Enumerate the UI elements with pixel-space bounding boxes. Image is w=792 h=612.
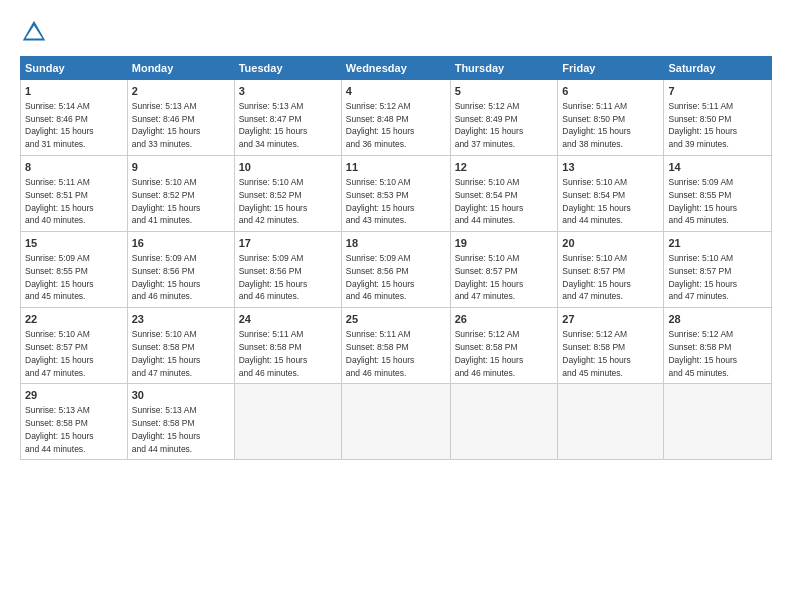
day-number: 2	[132, 84, 230, 99]
day-info: Sunrise: 5:11 AM Sunset: 8:50 PM Dayligh…	[668, 101, 737, 149]
day-number: 6	[562, 84, 659, 99]
calendar-cell: 1Sunrise: 5:14 AM Sunset: 8:46 PM Daylig…	[21, 80, 128, 156]
weekday-header: Saturday	[664, 57, 772, 80]
day-info: Sunrise: 5:12 AM Sunset: 8:58 PM Dayligh…	[668, 329, 737, 377]
calendar-cell	[234, 384, 341, 460]
calendar-cell: 18Sunrise: 5:09 AM Sunset: 8:56 PM Dayli…	[341, 232, 450, 308]
calendar-cell: 9Sunrise: 5:10 AM Sunset: 8:52 PM Daylig…	[127, 156, 234, 232]
calendar-cell: 3Sunrise: 5:13 AM Sunset: 8:47 PM Daylig…	[234, 80, 341, 156]
day-info: Sunrise: 5:10 AM Sunset: 8:54 PM Dayligh…	[562, 177, 631, 225]
calendar-cell: 22Sunrise: 5:10 AM Sunset: 8:57 PM Dayli…	[21, 308, 128, 384]
day-number: 22	[25, 312, 123, 327]
day-number: 25	[346, 312, 446, 327]
day-info: Sunrise: 5:10 AM Sunset: 8:57 PM Dayligh…	[25, 329, 94, 377]
day-number: 9	[132, 160, 230, 175]
calendar-week-row: 15Sunrise: 5:09 AM Sunset: 8:55 PM Dayli…	[21, 232, 772, 308]
calendar-cell: 4Sunrise: 5:12 AM Sunset: 8:48 PM Daylig…	[341, 80, 450, 156]
day-info: Sunrise: 5:10 AM Sunset: 8:57 PM Dayligh…	[562, 253, 631, 301]
day-number: 5	[455, 84, 554, 99]
calendar-cell: 8Sunrise: 5:11 AM Sunset: 8:51 PM Daylig…	[21, 156, 128, 232]
calendar-cell	[664, 384, 772, 460]
weekday-header-row: SundayMondayTuesdayWednesdayThursdayFrid…	[21, 57, 772, 80]
day-number: 28	[668, 312, 767, 327]
day-info: Sunrise: 5:09 AM Sunset: 8:56 PM Dayligh…	[239, 253, 308, 301]
calendar-cell: 14Sunrise: 5:09 AM Sunset: 8:55 PM Dayli…	[664, 156, 772, 232]
calendar-cell: 16Sunrise: 5:09 AM Sunset: 8:56 PM Dayli…	[127, 232, 234, 308]
calendar-cell: 11Sunrise: 5:10 AM Sunset: 8:53 PM Dayli…	[341, 156, 450, 232]
day-number: 24	[239, 312, 337, 327]
day-info: Sunrise: 5:09 AM Sunset: 8:56 PM Dayligh…	[346, 253, 415, 301]
day-info: Sunrise: 5:11 AM Sunset: 8:51 PM Dayligh…	[25, 177, 94, 225]
day-number: 18	[346, 236, 446, 251]
calendar-cell: 29Sunrise: 5:13 AM Sunset: 8:58 PM Dayli…	[21, 384, 128, 460]
day-info: Sunrise: 5:13 AM Sunset: 8:46 PM Dayligh…	[132, 101, 201, 149]
day-number: 4	[346, 84, 446, 99]
calendar-week-row: 8Sunrise: 5:11 AM Sunset: 8:51 PM Daylig…	[21, 156, 772, 232]
weekday-header: Thursday	[450, 57, 558, 80]
day-info: Sunrise: 5:10 AM Sunset: 8:52 PM Dayligh…	[239, 177, 308, 225]
day-info: Sunrise: 5:14 AM Sunset: 8:46 PM Dayligh…	[25, 101, 94, 149]
day-number: 12	[455, 160, 554, 175]
day-info: Sunrise: 5:12 AM Sunset: 8:58 PM Dayligh…	[455, 329, 524, 377]
day-info: Sunrise: 5:10 AM Sunset: 8:52 PM Dayligh…	[132, 177, 201, 225]
day-number: 14	[668, 160, 767, 175]
page: SundayMondayTuesdayWednesdayThursdayFrid…	[0, 0, 792, 612]
day-info: Sunrise: 5:11 AM Sunset: 8:58 PM Dayligh…	[346, 329, 415, 377]
day-number: 19	[455, 236, 554, 251]
calendar-cell: 12Sunrise: 5:10 AM Sunset: 8:54 PM Dayli…	[450, 156, 558, 232]
calendar-cell: 5Sunrise: 5:12 AM Sunset: 8:49 PM Daylig…	[450, 80, 558, 156]
calendar-week-row: 1Sunrise: 5:14 AM Sunset: 8:46 PM Daylig…	[21, 80, 772, 156]
calendar-cell: 28Sunrise: 5:12 AM Sunset: 8:58 PM Dayli…	[664, 308, 772, 384]
calendar-cell: 13Sunrise: 5:10 AM Sunset: 8:54 PM Dayli…	[558, 156, 664, 232]
day-info: Sunrise: 5:12 AM Sunset: 8:48 PM Dayligh…	[346, 101, 415, 149]
day-info: Sunrise: 5:10 AM Sunset: 8:54 PM Dayligh…	[455, 177, 524, 225]
day-info: Sunrise: 5:12 AM Sunset: 8:58 PM Dayligh…	[562, 329, 631, 377]
day-number: 26	[455, 312, 554, 327]
calendar-cell: 2Sunrise: 5:13 AM Sunset: 8:46 PM Daylig…	[127, 80, 234, 156]
calendar: SundayMondayTuesdayWednesdayThursdayFrid…	[20, 56, 772, 460]
calendar-cell: 15Sunrise: 5:09 AM Sunset: 8:55 PM Dayli…	[21, 232, 128, 308]
day-number: 27	[562, 312, 659, 327]
calendar-cell: 19Sunrise: 5:10 AM Sunset: 8:57 PM Dayli…	[450, 232, 558, 308]
weekday-header: Sunday	[21, 57, 128, 80]
day-info: Sunrise: 5:10 AM Sunset: 8:57 PM Dayligh…	[668, 253, 737, 301]
day-info: Sunrise: 5:09 AM Sunset: 8:56 PM Dayligh…	[132, 253, 201, 301]
day-number: 21	[668, 236, 767, 251]
day-number: 16	[132, 236, 230, 251]
calendar-cell: 6Sunrise: 5:11 AM Sunset: 8:50 PM Daylig…	[558, 80, 664, 156]
calendar-cell: 20Sunrise: 5:10 AM Sunset: 8:57 PM Dayli…	[558, 232, 664, 308]
calendar-cell: 7Sunrise: 5:11 AM Sunset: 8:50 PM Daylig…	[664, 80, 772, 156]
logo-icon	[20, 18, 48, 46]
calendar-cell: 21Sunrise: 5:10 AM Sunset: 8:57 PM Dayli…	[664, 232, 772, 308]
calendar-cell: 27Sunrise: 5:12 AM Sunset: 8:58 PM Dayli…	[558, 308, 664, 384]
day-info: Sunrise: 5:13 AM Sunset: 8:58 PM Dayligh…	[25, 405, 94, 453]
day-number: 20	[562, 236, 659, 251]
day-number: 13	[562, 160, 659, 175]
weekday-header: Friday	[558, 57, 664, 80]
day-info: Sunrise: 5:13 AM Sunset: 8:58 PM Dayligh…	[132, 405, 201, 453]
calendar-week-row: 29Sunrise: 5:13 AM Sunset: 8:58 PM Dayli…	[21, 384, 772, 460]
calendar-cell: 30Sunrise: 5:13 AM Sunset: 8:58 PM Dayli…	[127, 384, 234, 460]
calendar-cell: 25Sunrise: 5:11 AM Sunset: 8:58 PM Dayli…	[341, 308, 450, 384]
day-info: Sunrise: 5:11 AM Sunset: 8:58 PM Dayligh…	[239, 329, 308, 377]
weekday-header: Tuesday	[234, 57, 341, 80]
day-info: Sunrise: 5:12 AM Sunset: 8:49 PM Dayligh…	[455, 101, 524, 149]
day-info: Sunrise: 5:10 AM Sunset: 8:58 PM Dayligh…	[132, 329, 201, 377]
logo	[20, 18, 52, 46]
weekday-header: Monday	[127, 57, 234, 80]
day-info: Sunrise: 5:10 AM Sunset: 8:53 PM Dayligh…	[346, 177, 415, 225]
day-number: 3	[239, 84, 337, 99]
header	[20, 18, 772, 46]
calendar-cell	[341, 384, 450, 460]
weekday-header: Wednesday	[341, 57, 450, 80]
day-info: Sunrise: 5:09 AM Sunset: 8:55 PM Dayligh…	[25, 253, 94, 301]
day-info: Sunrise: 5:11 AM Sunset: 8:50 PM Dayligh…	[562, 101, 631, 149]
day-number: 23	[132, 312, 230, 327]
day-info: Sunrise: 5:13 AM Sunset: 8:47 PM Dayligh…	[239, 101, 308, 149]
day-number: 11	[346, 160, 446, 175]
calendar-cell	[450, 384, 558, 460]
day-info: Sunrise: 5:10 AM Sunset: 8:57 PM Dayligh…	[455, 253, 524, 301]
day-number: 30	[132, 388, 230, 403]
calendar-cell: 17Sunrise: 5:09 AM Sunset: 8:56 PM Dayli…	[234, 232, 341, 308]
day-number: 8	[25, 160, 123, 175]
